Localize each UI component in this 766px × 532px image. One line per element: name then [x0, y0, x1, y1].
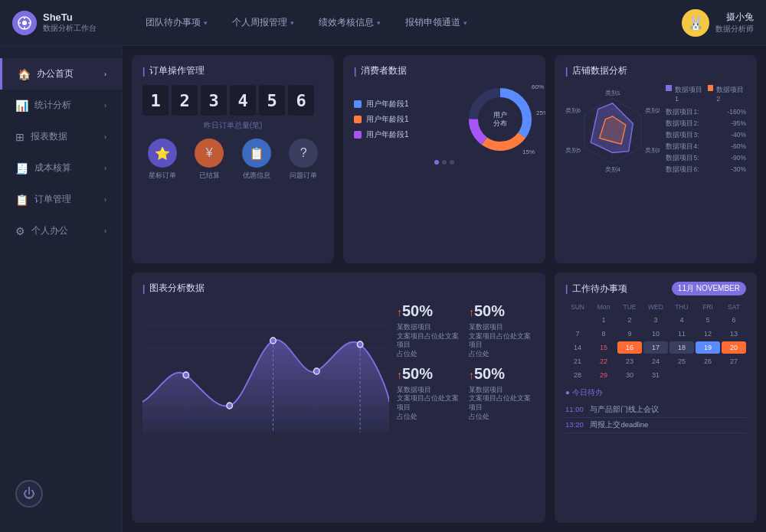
legend-sq-orange [708, 85, 714, 91]
nav-item-performance[interactable]: 绩效考核信息 ▾ [308, 11, 391, 34]
star-icon-circle: ⭐ [148, 139, 177, 168]
todo-item-2[interactable]: 13:20 周报上交deadline [565, 418, 746, 433]
cal-day-27[interactable]: 27 [722, 355, 746, 367]
sidebar-item-reports[interactable]: ⊞ 报表数据 › [0, 121, 122, 152]
cal-day-29[interactable]: 29 [591, 369, 616, 381]
cal-day-7[interactable]: 7 [565, 328, 590, 340]
nav-item-team[interactable]: 团队待办事项 ▾ [135, 11, 218, 34]
cal-day-30[interactable]: 30 [617, 369, 642, 381]
cal-day-15[interactable]: 15 [591, 341, 616, 354]
radar-legend-item-6: 数据项目6:-30% [666, 165, 746, 175]
cal-day-10[interactable]: 10 [643, 328, 668, 340]
cal-day-14[interactable]: 14 [565, 341, 590, 354]
digit-6: 6 [288, 85, 314, 116]
order-card: 订单操作管理 1 2 3 4 5 6 昨日订单总量(笔) ⭐ 星标订单 ¥ 已结… [132, 55, 334, 263]
calendar-card: 工作待办事项 11月 NOVEMBER SUN Mon TUE WED THU … [555, 273, 757, 523]
cal-day-6[interactable]: 6 [722, 314, 746, 326]
consumer-card: 消费者数据 用户年龄段1 用户年龄段1 用户年龄段1 [343, 55, 545, 263]
nav-item-report[interactable]: 个人周报管理 ▾ [221, 11, 305, 34]
cal-day-22[interactable]: 22 [591, 355, 616, 367]
chart-card-title: 图表分析数据 [142, 282, 535, 295]
digit-5: 5 [259, 85, 285, 116]
cal-day-2[interactable]: 2 [617, 314, 642, 326]
dot-indicator-3[interactable] [450, 160, 454, 165]
calendar-grid: SUN Mon TUE WED THU FRI SAT 1 2 3 4 5 6 … [565, 302, 746, 381]
dot-indicator-2[interactable] [442, 160, 447, 165]
cal-day-8[interactable]: 8 [591, 328, 616, 340]
up-arrow-icon: ↑ [397, 369, 402, 381]
cal-day-18[interactable]: 18 [669, 341, 694, 354]
cal-day-20[interactable]: 20 [722, 341, 746, 354]
radar-area: 类别1 类别2 类别3 类别4 类别5 类别6 数据项目1 数据项目2 [565, 85, 746, 177]
digit-1: 1 [142, 85, 169, 116]
legend-dot-blue [354, 100, 362, 108]
cal-day-11[interactable]: 11 [669, 328, 694, 340]
stat-item-1: ↑50% 某数据项目文案项目占位处文案项目占位处 [397, 302, 463, 359]
pct-bottom: 15% [522, 149, 535, 155]
sidebar-item-orders[interactable]: 📋 订单管理 › [0, 184, 122, 215]
chart-icon: 📊 [15, 100, 28, 112]
stat-item-4: ↑50% 某数据项目文案项目占位处文案项目占位处 [469, 365, 535, 422]
gear-icon: ⚙ [15, 225, 25, 237]
order-icon-settled[interactable]: ¥ 已结算 [195, 139, 224, 181]
legend-sq-purple [666, 85, 672, 91]
cal-day-26[interactable]: 26 [696, 355, 720, 367]
svg-text:类别6: 类别6 [565, 107, 581, 114]
todo-item-1[interactable]: 11:00 与产品部门线上会议 [565, 403, 746, 418]
cal-day-19[interactable]: 19 [696, 341, 720, 354]
sidebar-item-home[interactable]: 🏠 办公首页 › [0, 58, 122, 90]
order-icon-starred[interactable]: ⭐ 星标订单 [148, 139, 177, 181]
cal-day-23[interactable]: 23 [617, 355, 642, 367]
dot-indicator-1[interactable] [434, 160, 439, 165]
donut-center-label: 用户分布 [493, 111, 507, 128]
cal-day-4[interactable]: 4 [669, 314, 694, 326]
cal-day-25[interactable]: 25 [669, 355, 694, 367]
chevron-right-icon: › [104, 102, 106, 109]
donut-legend: 用户年龄段1 用户年龄段1 用户年龄段1 [354, 99, 458, 140]
cal-day-17[interactable]: 17 [643, 341, 668, 354]
digit-4: 4 [230, 85, 256, 116]
chevron-right-icon: › [104, 227, 106, 235]
digit-3: 3 [201, 85, 227, 116]
chevron-down-icon: ▾ [204, 19, 208, 27]
logo-title: SheTu [43, 11, 97, 23]
user-info: 摄小兔 数据分析师 [715, 11, 754, 34]
svg-text:类别5: 类别5 [565, 147, 581, 154]
radar-legend-title: 数据项目1 数据项目2 [666, 85, 746, 103]
order-icon-promo[interactable]: 📋 优惠信息 [242, 139, 271, 181]
nav-item-expense[interactable]: 报销申领通道 ▾ [394, 11, 478, 34]
sidebar-bottom: ⏻ [0, 468, 122, 520]
table-icon: ⊞ [15, 131, 25, 143]
legend-item-2: 用户年龄段1 [354, 114, 458, 125]
sidebar-item-stats[interactable]: 📊 统计分析 › [0, 90, 122, 121]
sidebar-item-cost[interactable]: 🧾 成本核算 › [0, 152, 122, 184]
cal-day-5[interactable]: 5 [696, 314, 720, 326]
up-arrow-icon: ↑ [469, 306, 474, 318]
user-name: 摄小兔 [715, 11, 754, 24]
cal-day-1[interactable]: 1 [591, 314, 616, 326]
cal-day-13[interactable]: 13 [722, 328, 746, 340]
cal-day-31[interactable]: 31 [643, 369, 668, 381]
order-card-title: 订单操作管理 [142, 64, 323, 77]
cal-day-12[interactable]: 12 [696, 328, 720, 340]
sidebar-item-personal[interactable]: ⚙ 个人办公 › [0, 215, 122, 246]
legend-item-1: 用户年龄段1 [354, 99, 458, 109]
logo-text-area: SheTu 数据分析工作台 [43, 11, 97, 34]
cal-header-tue: TUE [617, 302, 642, 312]
chevron-right-icon: › [104, 70, 106, 78]
todo-label-1: 与产品部门线上会议 [590, 405, 659, 413]
svg-point-1 [22, 21, 27, 25]
cal-day-28[interactable]: 28 [565, 369, 590, 381]
store-card-title: 店铺数据分析 [565, 64, 746, 77]
order-icon-problem[interactable]: ? 问题订单 [289, 139, 318, 181]
dots-indicator [354, 160, 535, 165]
cal-day-21[interactable]: 21 [565, 355, 590, 367]
todo-section: ● 今日待办 11:00 与产品部门线上会议 13:20 周报上交deadlin… [565, 387, 746, 433]
cal-day-3[interactable]: 3 [643, 314, 668, 326]
chart-card: 图表分析数据 [132, 273, 545, 523]
cal-day-9[interactable]: 9 [617, 328, 642, 340]
radar-legend-item-3: 数据项目3:-40% [666, 131, 746, 140]
cal-day-16[interactable]: 16 [617, 341, 642, 354]
cal-day-24[interactable]: 24 [643, 355, 668, 367]
power-button[interactable]: ⏻ [15, 480, 43, 508]
